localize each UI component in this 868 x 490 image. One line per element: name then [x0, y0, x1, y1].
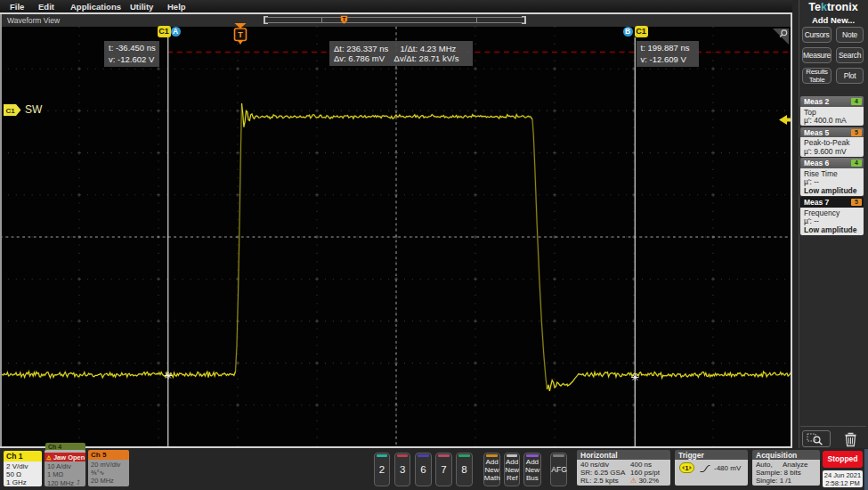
- svg-text:T: T: [238, 30, 243, 39]
- svg-text:1: 1: [685, 464, 689, 472]
- svg-text:C1: C1: [5, 107, 15, 115]
- svg-text:T: T: [343, 16, 346, 22]
